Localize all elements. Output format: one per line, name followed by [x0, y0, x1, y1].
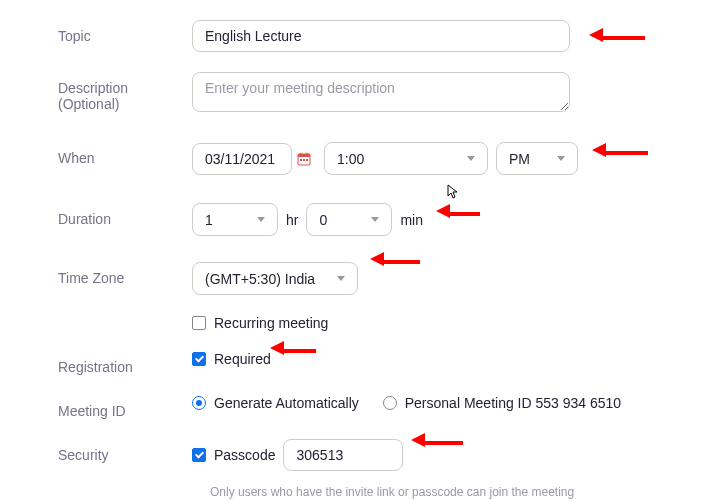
radio-generate-row[interactable]: Generate Automatically	[192, 395, 359, 411]
label-topic: Topic	[58, 20, 192, 44]
row-topic: Topic	[58, 20, 718, 52]
radio-generate[interactable]	[192, 396, 206, 410]
label-when: When	[58, 142, 192, 166]
passcode-hint: Only users who have the invite link or p…	[192, 485, 718, 499]
row-registration: Registration Required	[58, 351, 718, 375]
calendar-icon[interactable]	[296, 151, 312, 167]
svg-rect-5	[303, 159, 305, 161]
ampm-value: PM	[509, 151, 530, 167]
svg-rect-6	[306, 159, 308, 161]
row-description: Description (Optional)	[58, 72, 718, 112]
recurring-checkbox[interactable]	[192, 316, 206, 330]
radio-generate-label: Generate Automatically	[214, 395, 359, 411]
duration-minutes-value: 0	[319, 212, 327, 228]
duration-hours-value: 1	[205, 212, 213, 228]
passcode-input[interactable]	[283, 439, 403, 471]
time-select[interactable]: 1:00	[324, 142, 488, 175]
passcode-checkbox[interactable]	[192, 448, 206, 462]
registration-label: Required	[214, 351, 271, 367]
passcode-checkbox-row[interactable]: Passcode	[192, 447, 275, 463]
registration-checkbox-row[interactable]: Required	[192, 351, 271, 367]
timezone-select[interactable]: (GMT+5:30) India	[192, 262, 358, 295]
timezone-value: (GMT+5:30) India	[205, 271, 315, 287]
chevron-down-icon	[467, 156, 475, 161]
label-meeting-id: Meeting ID	[58, 395, 192, 419]
topic-input[interactable]	[192, 20, 570, 52]
radio-personal-row[interactable]: Personal Meeting ID 553 934 6510	[383, 395, 621, 411]
row-meeting-id: Meeting ID Generate Automatically Person…	[58, 395, 718, 419]
date-input[interactable]	[192, 143, 292, 175]
chevron-down-icon	[371, 217, 379, 222]
label-security: Security	[58, 439, 192, 463]
recurring-label: Recurring meeting	[214, 315, 328, 331]
chevron-down-icon	[557, 156, 565, 161]
label-description: Description (Optional)	[58, 72, 192, 112]
recurring-checkbox-row[interactable]: Recurring meeting	[192, 315, 328, 331]
radio-personal-label: Personal Meeting ID 553 934 6510	[405, 395, 621, 411]
label-duration: Duration	[58, 203, 192, 227]
hr-label: hr	[286, 212, 298, 228]
ampm-select[interactable]: PM	[496, 142, 578, 175]
row-recurring: Recurring meeting	[58, 315, 718, 331]
label-timezone: Time Zone	[58, 262, 192, 286]
label-registration: Registration	[58, 351, 192, 375]
row-duration: Duration 1 hr 0 min	[58, 203, 718, 236]
passcode-label: Passcode	[214, 447, 275, 463]
duration-hours-select[interactable]: 1	[192, 203, 278, 236]
svg-rect-4	[300, 159, 302, 161]
time-value: 1:00	[337, 151, 364, 167]
row-timezone: Time Zone (GMT+5:30) India	[58, 262, 718, 295]
duration-minutes-select[interactable]: 0	[306, 203, 392, 236]
row-security: Security Passcode Only users who have th…	[58, 439, 718, 499]
row-when: When 1:00 PM	[58, 142, 718, 175]
min-label: min	[400, 212, 423, 228]
meeting-settings-form: Topic Description (Optional) When 1:00 P…	[0, 0, 726, 499]
chevron-down-icon	[257, 217, 265, 222]
description-textarea[interactable]	[192, 72, 570, 112]
chevron-down-icon	[337, 276, 345, 281]
registration-checkbox[interactable]	[192, 352, 206, 366]
radio-personal[interactable]	[383, 396, 397, 410]
svg-rect-1	[298, 154, 310, 157]
